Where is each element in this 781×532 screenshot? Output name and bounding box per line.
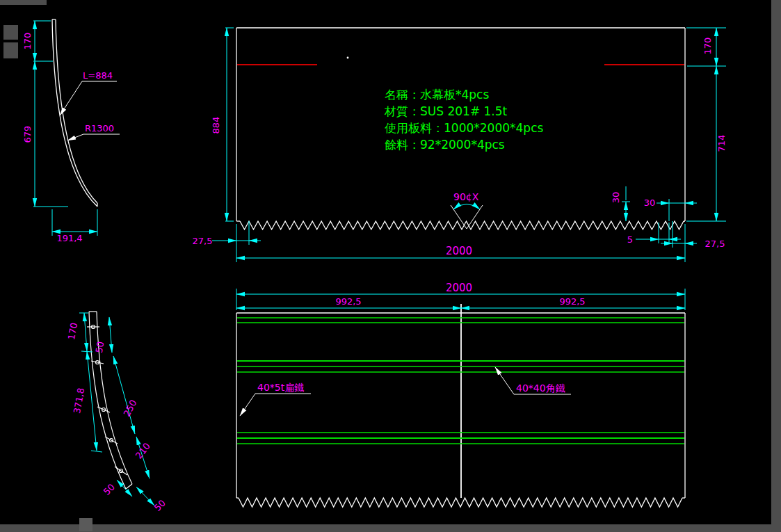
front-dim-27-5-left: 27,5 <box>193 236 213 246</box>
toolbar-fragment-1 <box>3 25 18 40</box>
window-border-top <box>0 0 47 5</box>
window-border-right <box>771 0 781 532</box>
front-dim-5: 5 <box>627 234 633 245</box>
strip-dim-170: 170 <box>66 322 79 341</box>
strip-dim-50-end-b: 50 <box>152 498 168 513</box>
note-material: 材質：SUS 201# 1.5t <box>384 104 508 118</box>
rear-frame-view: 2000 992,5 992,5 40*5t扁鐵 40*40角鐵 <box>236 282 685 507</box>
front-view: 884 170 714 2000 27,5 27,5 30 30 5 90¢X … <box>193 28 727 262</box>
front-dim-170: 170 <box>702 38 713 55</box>
strip-dim-50-top: 50 <box>94 341 106 354</box>
statusbar-fragment <box>79 518 92 531</box>
note-name: 名稱：水幕板*4pcs <box>385 88 489 102</box>
front-dim-884: 884 <box>211 117 221 134</box>
side-label-arc-length: L=884 <box>83 70 113 81</box>
front-dim-27-5-right: 27,5 <box>705 239 725 249</box>
front-dim-30-horizontal: 30 <box>644 198 656 208</box>
rear-label-angle-bar: 40*40角鐵 <box>516 382 565 394</box>
cad-canvas[interactable]: 170 679 191,4 L=884 R1300 <box>0 0 781 532</box>
stray-point <box>347 57 349 59</box>
rear-label-flat-bar: 40*5t扁鐵 <box>257 382 304 393</box>
front-dim-2000: 2000 <box>446 245 472 257</box>
strip-dim-210: 210 <box>134 441 152 461</box>
side-dim-191-4: 191,4 <box>56 233 82 243</box>
front-dim-714: 714 <box>716 135 727 152</box>
front-zigzag-edge <box>240 221 684 229</box>
side-profile-outline <box>52 19 97 207</box>
cad-window: 170 679 191,4 L=884 R1300 <box>0 0 781 532</box>
rear-view-outline <box>236 304 685 507</box>
rear-dim-992-5-left: 992,5 <box>335 296 361 307</box>
window-chrome <box>0 0 781 532</box>
strip-dim-250: 250 <box>122 398 139 418</box>
rear-dim-2000: 2000 <box>446 282 472 294</box>
notes-block: 名稱：水幕板*4pcs 材質：SUS 201# 1.5t 使用板料：1000*2… <box>384 88 543 152</box>
side-dim-170: 170 <box>22 33 33 50</box>
strip-dim-371-8: 371,8 <box>72 387 86 414</box>
side-profile-view: 170 679 191,4 L=884 R1300 <box>22 19 120 243</box>
rear-dim-992-5-right: 992,5 <box>559 296 585 307</box>
curved-strip-view: 170 50 371,8 250 210 50 50 <box>66 312 168 513</box>
strip-dim-50-end-a: 50 <box>102 482 117 497</box>
side-label-radius: R1300 <box>85 123 114 134</box>
note-remnant: 餘料：92*2000*4pcs <box>385 138 505 152</box>
window-border-bottom <box>0 524 781 532</box>
front-dim-30-vertical: 30 <box>611 192 621 204</box>
rear-zigzag-edge <box>239 498 682 507</box>
side-dim-679: 679 <box>22 126 33 143</box>
note-sheet-used: 使用板料：1000*2000*4pcs <box>385 121 543 135</box>
toolbar-fragment-2 <box>3 42 18 58</box>
front-tooth-angle-label: 90¢X <box>453 191 479 202</box>
